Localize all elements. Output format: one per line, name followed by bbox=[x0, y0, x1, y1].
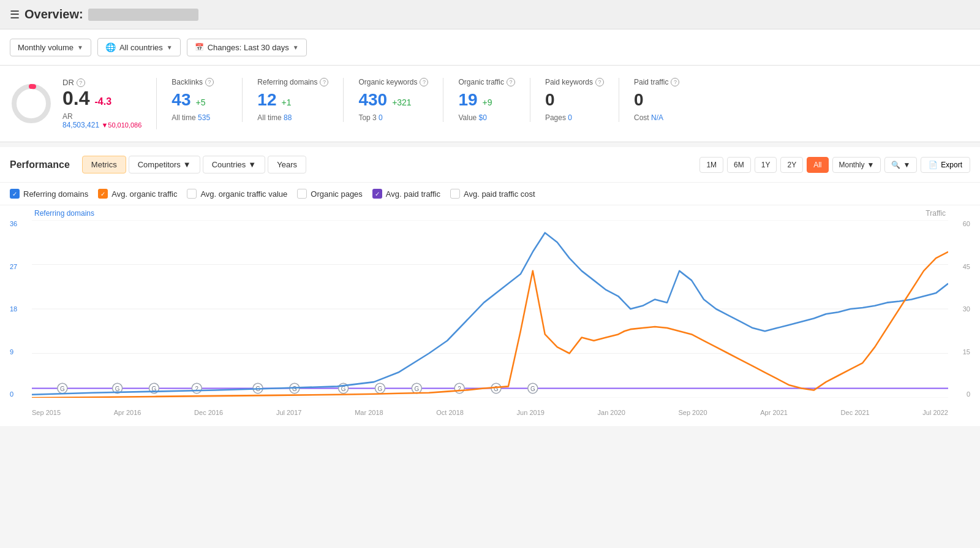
x-label-sep2020: Sep 2020 bbox=[678, 409, 707, 416]
organic-kw-info-icon[interactable]: ? bbox=[420, 78, 428, 86]
dr-change: -4.3 bbox=[94, 96, 111, 107]
filter-avg-organic-value[interactable]: Avg. organic traffic value bbox=[187, 189, 287, 199]
y-axis-left: 36 27 18 9 0 bbox=[10, 220, 17, 398]
chart-area: 36 27 18 9 0 60 45 30 15 0 bbox=[0, 220, 980, 426]
organic-traffic-info-icon[interactable]: ? bbox=[507, 78, 515, 86]
filter-label-paid: Avg. paid traffic bbox=[386, 189, 440, 199]
y-label-right-30: 30 bbox=[963, 305, 970, 313]
toolbar: Monthly volume ▼ 🌐 All countries ▼ 📅 Cha… bbox=[0, 29, 980, 66]
paid-traffic-label: Paid traffic ? bbox=[634, 78, 690, 86]
svg-text:G: G bbox=[494, 385, 499, 392]
chart-svg-wrapper: G G G 2 G G G G G bbox=[32, 220, 948, 398]
svg-text:G: G bbox=[530, 385, 535, 392]
filter-avg-paid[interactable]: ✓ Avg. paid traffic bbox=[372, 189, 440, 199]
x-label-jul2022: Jul 2022 bbox=[922, 409, 948, 416]
backlinks-info-icon[interactable]: ? bbox=[205, 78, 214, 86]
x-label-dec2016: Dec 2016 bbox=[194, 409, 223, 416]
filter-label-organic-pages: Organic pages bbox=[311, 189, 363, 199]
x-label-oct2018: Oct 2018 bbox=[436, 409, 464, 416]
performance-controls: 1M 6M 1Y 2Y All Monthly ▼ 🔍 ▼ 📄 Export bbox=[699, 157, 970, 173]
backlinks-value: 43 +5 bbox=[172, 90, 227, 110]
dr-metric: DR ? 0.4 -4.3 AR 84,503,421 ▼50,010,086 bbox=[10, 78, 157, 129]
monthly-dropdown[interactable]: Monthly ▼ bbox=[832, 157, 881, 173]
svg-text:G: G bbox=[378, 385, 383, 392]
range-1y[interactable]: 1Y bbox=[755, 157, 777, 173]
y-label-right-60: 60 bbox=[963, 220, 970, 227]
x-axis: Sep 2015 Apr 2016 Dec 2016 Jul 2017 Mar … bbox=[32, 409, 948, 416]
referring-domains-metric: Referring domains ? 12 +1 All time 88 bbox=[243, 78, 344, 122]
dr-value: 0.4 -4.3 bbox=[62, 87, 141, 110]
range-1m[interactable]: 1M bbox=[699, 157, 723, 173]
organic-keywords-label: Organic keywords ? bbox=[358, 78, 428, 86]
chart-axis-header: Referring domains Traffic bbox=[0, 205, 980, 218]
dr-ar-value[interactable]: 84,503,421 bbox=[62, 121, 99, 129]
svg-point-0 bbox=[14, 86, 48, 121]
organic-kw-change: +321 bbox=[392, 97, 412, 107]
filter-referring-domains[interactable]: ✓ Referring domains bbox=[10, 189, 88, 199]
performance-section: Performance Metrics Competitors ▼ Countr… bbox=[0, 147, 980, 426]
organic-traffic-change: +9 bbox=[483, 97, 492, 107]
traffic-axis-label: Traffic bbox=[925, 205, 970, 218]
y-label-0: 0 bbox=[10, 390, 17, 398]
backlinks-metric: Backlinks ? 43 +5 All time 535 bbox=[157, 78, 243, 122]
filter-avg-paid-cost[interactable]: Avg. paid traffic cost bbox=[450, 189, 535, 199]
chevron-monthly-icon: ▼ bbox=[867, 161, 875, 169]
chevron-down-icon: ▼ bbox=[77, 44, 83, 51]
referring-domains-value: 12 +1 bbox=[257, 90, 328, 110]
calendar-icon: 📅 bbox=[195, 43, 204, 51]
filter-organic-pages[interactable]: Organic pages bbox=[297, 189, 363, 199]
range-2y[interactable]: 2Y bbox=[780, 157, 803, 173]
paid-traffic-info-icon[interactable]: ? bbox=[671, 78, 679, 86]
backlinks-label: Backlinks ? bbox=[172, 78, 227, 86]
all-countries-dropdown[interactable]: 🌐 All countries ▼ bbox=[97, 38, 181, 56]
search-icon: 🔍 bbox=[891, 161, 900, 169]
metrics-section: DR ? 0.4 -4.3 AR 84,503,421 ▼50,010,086 … bbox=[0, 66, 980, 142]
y-label-right-0: 0 bbox=[967, 390, 970, 398]
chart-container: 36 27 18 9 0 60 45 30 15 0 bbox=[10, 220, 970, 416]
y-label-right-45: 45 bbox=[963, 263, 970, 270]
globe-icon: 🌐 bbox=[105, 42, 116, 52]
dr-info-icon[interactable]: ? bbox=[77, 78, 85, 87]
x-label-jun2019: Jun 2019 bbox=[517, 409, 545, 416]
performance-header: Performance Metrics Competitors ▼ Countr… bbox=[0, 147, 980, 183]
tab-metrics[interactable]: Metrics bbox=[82, 156, 126, 173]
filter-label-referring: Referring domains bbox=[23, 189, 88, 199]
y-label-18: 18 bbox=[10, 305, 17, 313]
range-6m[interactable]: 6M bbox=[727, 157, 751, 173]
monthly-volume-dropdown[interactable]: Monthly volume ▼ bbox=[10, 39, 91, 56]
tab-years[interactable]: Years bbox=[268, 156, 306, 173]
organic-traffic-label: Organic traffic ? bbox=[458, 78, 514, 86]
monthly-volume-label: Monthly volume bbox=[18, 43, 74, 52]
x-label-mar2018: Mar 2018 bbox=[355, 409, 383, 416]
chevron-down-icon2: ▼ bbox=[167, 44, 173, 51]
paid-traffic-value: 0 bbox=[634, 90, 690, 110]
chart-filters: ✓ Referring domains ✓ Avg. organic traff… bbox=[0, 183, 980, 205]
export-button[interactable]: 📄 Export bbox=[921, 157, 970, 173]
search-dropdown[interactable]: 🔍 ▼ bbox=[884, 157, 917, 173]
filter-label-organic: Avg. organic traffic bbox=[111, 189, 177, 199]
range-all[interactable]: All bbox=[807, 157, 828, 173]
paid-kw-info-icon[interactable]: ? bbox=[595, 78, 604, 86]
dr-ar-change: ▼50,010,086 bbox=[101, 121, 141, 129]
x-label-sep2015: Sep 2015 bbox=[32, 409, 61, 416]
domain-placeholder bbox=[88, 9, 198, 21]
tab-countries[interactable]: Countries ▼ bbox=[203, 156, 266, 173]
referring-change: +1 bbox=[282, 97, 292, 107]
organic-traffic-metric: Organic traffic ? 19 +9 Value $0 bbox=[443, 78, 530, 122]
changes-dropdown[interactable]: 📅 Changes: Last 30 days ▼ bbox=[187, 39, 307, 56]
backlinks-sub: All time 535 bbox=[172, 113, 227, 122]
y-axis-right: 60 45 30 15 0 bbox=[963, 220, 970, 398]
checkbox-organic-pages bbox=[297, 189, 307, 199]
header: ☰ Overview: bbox=[0, 0, 980, 29]
tab-competitors[interactable]: Competitors ▼ bbox=[129, 156, 200, 173]
dr-circle bbox=[10, 82, 53, 125]
paid-keywords-sub: Pages 0 bbox=[545, 113, 604, 122]
referring-domains-axis-label: Referring domains bbox=[10, 205, 94, 218]
filter-avg-organic[interactable]: ✓ Avg. organic traffic bbox=[98, 189, 177, 199]
chevron-countries-icon: ▼ bbox=[248, 160, 256, 169]
menu-icon[interactable]: ☰ bbox=[10, 8, 20, 21]
referring-info-icon[interactable]: ? bbox=[320, 78, 328, 86]
referring-sub: All time 88 bbox=[257, 113, 328, 122]
svg-text:G: G bbox=[292, 385, 297, 392]
chevron-competitors-icon: ▼ bbox=[183, 160, 191, 169]
